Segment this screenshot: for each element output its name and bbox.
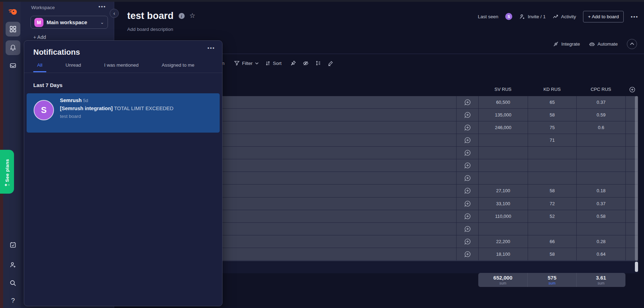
- cpc-rus-summary[interactable]: 3.61 sum: [576, 273, 625, 287]
- sv-rus-cell[interactable]: 18,100: [478, 248, 528, 260]
- add-conversation-cell[interactable]: [456, 248, 478, 260]
- add-to-board-button[interactable]: + Add to board: [583, 11, 624, 22]
- column-header-sv-rus[interactable]: SV RUS: [478, 84, 528, 95]
- help-nav-button[interactable]: ?: [6, 295, 20, 307]
- inbox-nav-button[interactable]: [6, 60, 20, 72]
- semrush-logo-icon[interactable]: [6, 6, 20, 18]
- add-conversation-cell[interactable]: [456, 172, 478, 184]
- kd-rus-cell[interactable]: 65: [528, 96, 576, 108]
- sv-rus-cell[interactable]: 135,000: [478, 109, 528, 121]
- see-plans-banner[interactable]: See plans ✦✧: [0, 150, 14, 194]
- hide-columns-button[interactable]: [303, 60, 309, 66]
- last-seen-avatar[interactable]: S: [505, 13, 512, 20]
- kd-rus-cell[interactable]: 66: [528, 235, 576, 248]
- add-conversation-icon: [464, 226, 471, 232]
- add-conversation-cell[interactable]: [456, 109, 478, 121]
- sv-rus-cell[interactable]: [478, 223, 528, 235]
- sv-rus-cell[interactable]: 110,000: [478, 210, 528, 222]
- column-summary-row: 652,000 sum 575 sum 3.61 sum: [478, 273, 625, 287]
- kd-rus-cell[interactable]: [528, 159, 576, 172]
- scrollbar-thumb[interactable]: [635, 262, 638, 272]
- automate-button[interactable]: Automate: [589, 41, 618, 47]
- boards-nav-button[interactable]: [6, 22, 20, 36]
- kd-rus-cell[interactable]: [528, 172, 576, 184]
- board-description-placeholder[interactable]: Add board description: [127, 27, 173, 32]
- pin-button[interactable]: [290, 60, 296, 66]
- workspace-menu-dots[interactable]: •••: [98, 4, 106, 9]
- kd-rus-summary[interactable]: 575 sum: [527, 273, 576, 287]
- cpc-rus-cell[interactable]: 0.37: [576, 96, 625, 108]
- sv-rus-cell[interactable]: [478, 159, 528, 172]
- add-conversation-cell[interactable]: [456, 159, 478, 172]
- add-conversation-cell[interactable]: [456, 121, 478, 134]
- invite-button[interactable]: Invite / 1: [519, 14, 546, 20]
- my-work-nav-button[interactable]: [6, 239, 20, 251]
- tab-i-was-mentioned[interactable]: I was mentioned: [104, 62, 138, 72]
- board-title[interactable]: test board: [127, 11, 174, 21]
- add-conversation-cell[interactable]: [456, 96, 478, 108]
- invite-members-nav-button[interactable]: [6, 259, 20, 271]
- add-conversation-cell[interactable]: [456, 223, 478, 235]
- kd-rus-cell[interactable]: 52: [528, 210, 576, 222]
- add-conversation-cell[interactable]: [456, 147, 478, 159]
- sidebar-collapse-button[interactable]: ‹: [110, 9, 119, 18]
- sidebar-add-button[interactable]: + Add: [33, 34, 46, 40]
- column-header-kd-rus[interactable]: KD RUS: [528, 84, 576, 95]
- row-height-button[interactable]: [315, 60, 321, 66]
- cpc-rus-cell[interactable]: 0.6: [576, 121, 625, 134]
- kd-rus-cell[interactable]: 58: [528, 185, 576, 197]
- activity-button[interactable]: Activity: [553, 14, 576, 20]
- notifications-menu-dots[interactable]: •••: [207, 45, 215, 51]
- cpc-rus-cell[interactable]: 0.59: [576, 109, 625, 121]
- sv-rus-cell[interactable]: [478, 147, 528, 159]
- add-conversation-cell[interactable]: [456, 185, 478, 197]
- star-favorite-icon[interactable]: ☆: [190, 12, 196, 20]
- tab-assigned-to-me[interactable]: Assigned to me: [162, 62, 194, 72]
- cpc-rus-cell[interactable]: 0.18: [576, 185, 625, 197]
- workspace-selector[interactable]: M ⌂ Main workspace ⌄: [30, 16, 108, 29]
- add-conversation-cell[interactable]: [456, 210, 478, 222]
- cpc-rus-cell[interactable]: [576, 147, 625, 159]
- sv-rus-cell[interactable]: 27,100: [478, 185, 528, 197]
- add-conversation-cell[interactable]: [456, 235, 478, 248]
- cpc-rus-cell[interactable]: [576, 134, 625, 146]
- column-header-cpc-rus[interactable]: CPC RUS: [576, 84, 625, 95]
- sv-rus-cell[interactable]: 22,200: [478, 235, 528, 248]
- cpc-rus-cell[interactable]: [576, 159, 625, 172]
- cpc-rus-cell[interactable]: [576, 223, 625, 235]
- sv-rus-cell[interactable]: [478, 134, 528, 146]
- add-conversation-cell[interactable]: [456, 197, 478, 210]
- customize-button[interactable]: [328, 60, 334, 66]
- kd-rus-cell[interactable]: 58: [528, 248, 576, 260]
- cpc-rus-cell[interactable]: 0.58: [576, 210, 625, 222]
- board-menu-dots[interactable]: •••: [631, 14, 638, 20]
- filter-button[interactable]: Filter: [234, 60, 259, 66]
- sort-button[interactable]: Sort: [265, 61, 282, 66]
- vertical-scrollbar-track[interactable]: [635, 96, 638, 261]
- cpc-rus-cell[interactable]: [576, 172, 625, 184]
- notifications-nav-button[interactable]: [6, 40, 20, 55]
- cpc-rus-cell[interactable]: 0.37: [576, 197, 625, 210]
- tab-unread[interactable]: Unread: [66, 62, 81, 72]
- kd-rus-cell[interactable]: [528, 147, 576, 159]
- notification-item[interactable]: S Semrush 5d [Semrush integration] TOTAL…: [27, 93, 220, 133]
- kd-rus-cell[interactable]: [528, 223, 576, 235]
- sv-rus-cell[interactable]: 60,500: [478, 96, 528, 108]
- sv-rus-summary[interactable]: 652,000 sum: [478, 273, 527, 287]
- cpc-rus-cell[interactable]: 0.28: [576, 235, 625, 248]
- kd-rus-cell[interactable]: 72: [528, 197, 576, 210]
- sv-rus-cell[interactable]: 246,000: [478, 121, 528, 134]
- sv-rus-cell[interactable]: [478, 172, 528, 184]
- tab-all[interactable]: All: [33, 62, 46, 72]
- kd-rus-cell[interactable]: 75: [528, 121, 576, 134]
- cpc-rus-cell[interactable]: 0.64: [576, 248, 625, 260]
- kd-rus-cell[interactable]: 71: [528, 134, 576, 146]
- kd-rus-cell[interactable]: 58: [528, 109, 576, 121]
- info-icon[interactable]: i: [179, 13, 185, 19]
- integrate-button[interactable]: Integrate: [553, 41, 580, 47]
- add-column-button[interactable]: [629, 86, 636, 93]
- search-nav-button[interactable]: [6, 277, 20, 289]
- sv-rus-cell[interactable]: 33,100: [478, 197, 528, 210]
- add-conversation-cell[interactable]: [456, 134, 478, 146]
- collapse-header-button[interactable]: [627, 39, 637, 49]
